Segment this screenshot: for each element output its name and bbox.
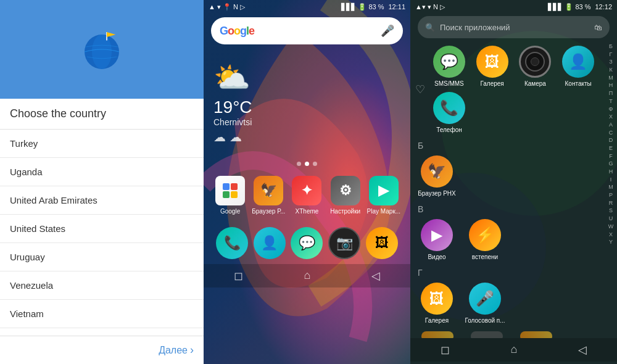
country-item[interactable]: Uruguay	[0, 243, 204, 271]
sms-icon: 💬	[433, 46, 465, 78]
drawer-app-brauzer[interactable]: 🦅 Браузер PHX	[415, 155, 458, 197]
alphabet-letter[interactable]: S	[609, 207, 613, 215]
alphabet-letter[interactable]: E	[609, 145, 613, 152]
alphabet-letter[interactable]: Г	[610, 51, 613, 59]
alphabet-letter[interactable]: D	[609, 137, 613, 144]
alphabet-letter[interactable]: Н	[609, 82, 613, 89]
country-item[interactable]: Yemen	[0, 328, 204, 336]
app-google[interactable]: Google	[213, 176, 247, 215]
country-item[interactable]: Uganda	[0, 158, 204, 186]
country-item[interactable]: Vietnam	[0, 300, 204, 328]
drawer-nav-bar: ◻ ⌂ ◁	[410, 338, 617, 362]
dot-1	[297, 162, 301, 166]
app-playstore[interactable]: ▶ Play Марк...	[366, 176, 400, 215]
contacts-icon: 👤	[562, 46, 594, 78]
home-app-grid: Google 🦅 Браузер Р... ✦ XTheme ⚙ Настрой…	[204, 171, 410, 220]
svg-point-1	[92, 35, 112, 69]
phone-label: Телефон	[436, 126, 462, 133]
google-label: Google	[220, 208, 240, 215]
alphabet-letter[interactable]: Б	[609, 43, 613, 51]
alphabet-letter[interactable]: G	[608, 160, 613, 168]
drawer-content: ♡ 💬 SMS/MMS 🖼 Галерея	[410, 41, 617, 338]
phone-icon: 📞	[433, 92, 465, 124]
alphabet-letter[interactable]: З	[609, 59, 612, 66]
app-xtheme[interactable]: ✦ XTheme	[290, 176, 324, 215]
back-button[interactable]: ◻	[234, 269, 243, 283]
playstore-label: Play Марк...	[367, 208, 401, 215]
app-settings[interactable]: ⚙ Настройки	[328, 176, 362, 215]
alphabet-letter[interactable]: W	[608, 223, 614, 231]
alphabet-letter[interactable]: M	[608, 184, 613, 191]
alphabet-letter[interactable]: Ф	[609, 106, 613, 114]
sms-label: SMS/MMS	[434, 80, 464, 87]
drawer-app-golos[interactable]: 🎤 Голосовой п...	[463, 283, 507, 324]
shopping-bag-icon: 🛍	[594, 23, 602, 32]
cast-icon: ▷	[440, 3, 445, 11]
country-item[interactable]: Turkey	[0, 130, 204, 158]
home-button[interactable]: ⌂	[304, 269, 311, 283]
alphabet-letter[interactable]: А	[609, 122, 613, 129]
drawer-app-camera[interactable]: Камера	[514, 46, 557, 87]
favorites-icon[interactable]: ♡	[415, 83, 425, 96]
golos-icon: 🎤	[469, 283, 501, 315]
svg-marker-3	[107, 32, 115, 37]
dock-gallery[interactable]: 🖼	[366, 227, 398, 259]
dot-2	[305, 162, 309, 166]
alphabet-letter[interactable]: Y	[609, 239, 613, 246]
microphone-icon[interactable]: 🎤	[381, 24, 394, 38]
drawer-app-video[interactable]: ▶ Видео	[415, 219, 458, 260]
alphabet-letter[interactable]: P	[609, 192, 613, 199]
drawer-g-row: 🖼 Галерея 🎤 Голосовой п...	[410, 280, 605, 326]
drawer-recent-button[interactable]: ◁	[578, 343, 587, 357]
alphabet-letter[interactable]: R	[609, 200, 613, 207]
drawer-phone-row: 📞 Телефон	[410, 89, 605, 136]
dock-phone[interactable]: 📞	[216, 227, 248, 259]
alphabet-letter[interactable]: С	[609, 130, 613, 137]
vstepeni-icon: ⚡	[469, 219, 501, 251]
drawer-bottom-partial	[410, 326, 605, 338]
app-browser[interactable]: 🦅 Браузер Р...	[252, 176, 286, 215]
country-item[interactable]: United States	[0, 215, 204, 243]
app-drawer-panel: ▲▾ ▾ N ▷ ▋▋▋ 🔋 83% 12:12 🔍 Поиск приложе…	[410, 0, 617, 364]
alphabet-letter[interactable]: М	[608, 75, 613, 82]
svg-rect-7	[223, 191, 230, 198]
alphabet-letter[interactable]: X	[609, 231, 613, 239]
country-item[interactable]: United Arab Emirates	[0, 186, 204, 215]
vstepeni-label: встепени	[472, 254, 498, 260]
alphabet-letter[interactable]: H	[609, 168, 613, 176]
alphabet-letter[interactable]: К	[609, 67, 612, 74]
drawer-app-gallery[interactable]: 🖼 Галерея	[471, 46, 514, 87]
alphabet-letter[interactable]: F	[609, 153, 613, 160]
google-search-bar[interactable]: Google 🎤	[211, 17, 403, 44]
drawer-home-button[interactable]: ⌂	[511, 343, 518, 357]
weather-widget: ⛅ 19°C Chernivtsi ☁ ☁	[204, 48, 410, 157]
camera-icon	[519, 46, 551, 78]
weather-city: Chernivtsi	[213, 117, 400, 127]
country-item[interactable]: Venezuela	[0, 271, 204, 300]
drawer-search-bar[interactable]: 🔍 Поиск приложений 🛍	[418, 16, 610, 38]
signal-bars-icon: ▋▋▋	[341, 3, 356, 11]
drawer-app-contacts[interactable]: 👤 Контакты	[557, 46, 600, 87]
home-status-bar: ▲ ▾ 📍 N ▷ ▋▋▋ 🔋 83% 12:11	[204, 0, 410, 14]
next-button[interactable]: Далее ›	[159, 344, 194, 357]
dock-messages[interactable]: 💬	[291, 227, 323, 259]
drawer-status-right: ▋▋▋ 🔋 83% 12:12	[548, 3, 612, 11]
drawer-back-button[interactable]: ◻	[441, 343, 450, 357]
dock-contacts[interactable]: 👤	[254, 227, 286, 259]
alphabet-letter[interactable]: I	[610, 176, 612, 184]
alphabet-letter[interactable]: П	[609, 90, 613, 97]
drawer-app-vstepeni[interactable]: ⚡ встепени	[463, 219, 507, 260]
drawer-app-phone[interactable]: 📞 Телефон	[428, 92, 471, 133]
nfc-icon: N	[433, 3, 438, 10]
svg-rect-5	[223, 183, 230, 190]
dock-camera[interactable]: 📷	[328, 227, 360, 259]
alphabet-letter[interactable]: Т	[609, 98, 613, 105]
drawer-app-sms[interactable]: 💬 SMS/MMS	[428, 46, 471, 87]
country-header	[0, 0, 204, 99]
camera-label: Камера	[524, 80, 546, 87]
drawer-apps-list: ♡ 💬 SMS/MMS 🖼 Галерея	[410, 41, 605, 338]
alphabet-letter[interactable]: U	[609, 215, 613, 223]
recent-button[interactable]: ◁	[371, 269, 380, 283]
alphabet-letter[interactable]: Х	[609, 114, 613, 121]
drawer-app-gallery2[interactable]: 🖼 Галерея	[415, 283, 458, 324]
